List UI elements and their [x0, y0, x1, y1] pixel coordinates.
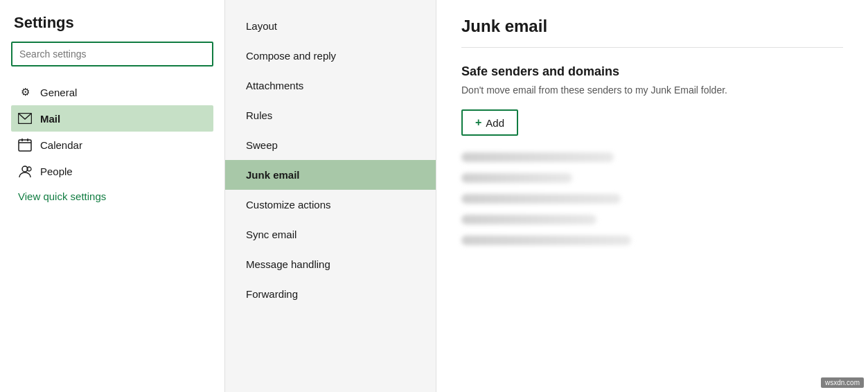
page-title: Junk email	[461, 17, 843, 36]
blurred-item-4	[461, 215, 596, 224]
svg-rect-1	[19, 140, 31, 151]
watermark: wsxdn.com	[821, 377, 864, 388]
middle-item-message-handling[interactable]: Message handling	[225, 249, 436, 279]
divider	[461, 47, 843, 48]
view-quick-settings-link[interactable]: View quick settings	[11, 184, 213, 208]
blurred-item-1	[461, 152, 614, 162]
blurred-item-5	[461, 235, 631, 245]
section-description: Don't move email from these senders to m…	[461, 84, 843, 96]
main-content: Junk email Safe senders and domains Don'…	[436, 0, 868, 392]
sidebar-title: Settings	[11, 14, 213, 32]
sidebar-label-general: General	[40, 87, 77, 98]
sidebar-label-calendar: Calendar	[40, 139, 82, 151]
middle-item-layout[interactable]: Layout	[225, 11, 436, 41]
add-button[interactable]: + Add	[461, 109, 518, 136]
middle-item-compose-reply[interactable]: Compose and reply	[225, 41, 436, 71]
middle-item-attachments[interactable]: Attachments	[225, 71, 436, 100]
blurred-item-2	[461, 173, 572, 183]
middle-item-rules[interactable]: Rules	[225, 100, 436, 130]
middle-item-customize-actions[interactable]: Customize actions	[225, 190, 436, 220]
middle-panel: Layout Compose and reply Attachments Rul…	[225, 0, 436, 392]
people-icon	[18, 164, 32, 178]
sidebar: Settings ⚙ General Mail Calendar	[0, 0, 225, 392]
plus-icon: +	[475, 116, 481, 129]
calendar-icon	[18, 138, 32, 152]
middle-item-sweep[interactable]: Sweep	[225, 130, 436, 160]
middle-item-junk-email[interactable]: Junk email	[225, 160, 436, 190]
sidebar-label-people: People	[40, 166, 73, 177]
add-button-label: Add	[486, 117, 504, 129]
middle-item-forwarding[interactable]: Forwarding	[225, 279, 436, 309]
blurred-item-3	[461, 194, 621, 204]
sidebar-item-general[interactable]: ⚙ General	[11, 79, 213, 105]
blurred-list	[461, 152, 843, 245]
sidebar-item-calendar[interactable]: Calendar	[11, 132, 213, 158]
mail-icon	[18, 112, 32, 125]
middle-item-sync-email[interactable]: Sync email	[225, 220, 436, 249]
search-input[interactable]	[11, 42, 213, 66]
sidebar-label-mail: Mail	[40, 113, 60, 125]
section-title: Safe senders and domains	[461, 64, 843, 79]
sidebar-item-mail[interactable]: Mail	[11, 105, 213, 132]
gear-icon: ⚙	[18, 85, 32, 99]
sidebar-item-people[interactable]: People	[11, 158, 213, 184]
